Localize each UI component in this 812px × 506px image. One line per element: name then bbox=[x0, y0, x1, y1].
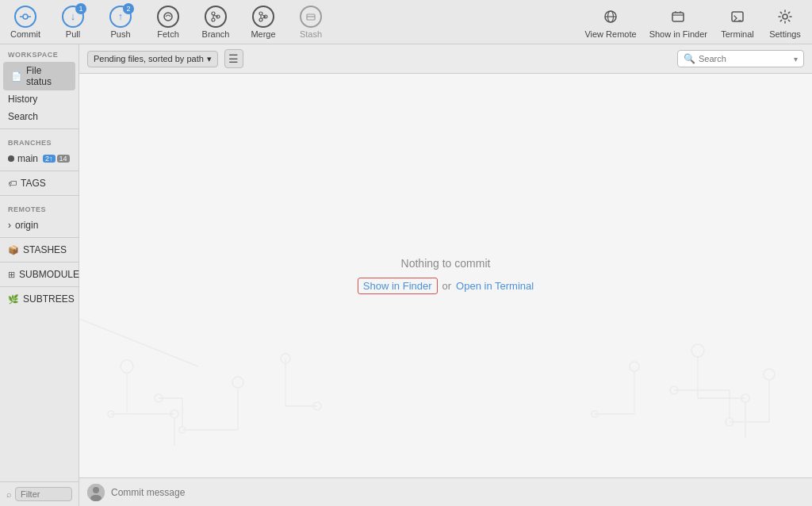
tags-icon: 🏷 bbox=[8, 178, 17, 188]
history-label: History bbox=[8, 94, 37, 105]
push-icon: ↑ 2 bbox=[109, 6, 132, 28]
branch-dot bbox=[8, 155, 14, 162]
chevron-down-icon: ▾ bbox=[207, 54, 212, 64]
commit-label: Commit bbox=[10, 29, 40, 39]
sidebar-item-stashes[interactable]: 📦 STASHES bbox=[0, 241, 79, 259]
svg-point-3 bbox=[164, 13, 172, 21]
sidebar-item-origin[interactable]: › origin bbox=[0, 217, 79, 234]
svg-point-23 bbox=[783, 14, 787, 19]
terminal-icon bbox=[726, 6, 749, 28]
svg-point-30 bbox=[108, 411, 114, 417]
view-remote-button[interactable]: View Remote bbox=[584, 6, 636, 39]
svg-point-41 bbox=[313, 402, 321, 410]
file-status-icon: 📄 bbox=[11, 71, 22, 82]
sidebar-item-tags[interactable]: 🏷 TAGS bbox=[0, 174, 79, 192]
stash-button[interactable]: Stash bbox=[295, 6, 327, 39]
search-label: Search bbox=[8, 111, 38, 122]
submodules-label: SUBMODULES bbox=[19, 269, 86, 280]
view-remote-label: View Remote bbox=[584, 29, 636, 39]
show-in-finder-toolbar-label: Show in Finder bbox=[649, 29, 707, 39]
show-in-finder-link[interactable]: Show in Finder bbox=[358, 278, 438, 294]
divider-1 bbox=[0, 128, 79, 129]
list-view-button[interactable]: ☰ bbox=[224, 49, 243, 68]
sidebar: WORKSPACE 📄 File status History Search B… bbox=[0, 44, 79, 506]
branch-up-badge: 2↑ bbox=[43, 155, 56, 163]
push-badge: 2 bbox=[123, 3, 134, 14]
pull-button[interactable]: ↓ 1 Pull bbox=[57, 6, 89, 39]
sidebar-item-search[interactable]: Search bbox=[0, 108, 79, 125]
commit-icon bbox=[14, 6, 36, 28]
list-icon: ☰ bbox=[228, 52, 239, 65]
filter-icon: ⌕ bbox=[6, 489, 12, 499]
svg-point-32 bbox=[232, 377, 243, 388]
svg-point-43 bbox=[691, 344, 704, 357]
fetch-button[interactable]: Fetch bbox=[152, 6, 184, 39]
svg-point-9 bbox=[259, 12, 262, 15]
filter-dropdown-icon[interactable]: ▾ bbox=[794, 55, 798, 63]
show-in-finder-toolbar-button[interactable]: Show in Finder bbox=[649, 6, 707, 39]
svg-point-0 bbox=[23, 14, 28, 19]
toolbar-right: View Remote Show in Finder bbox=[584, 6, 802, 39]
empty-state: Nothing to commit Show in Finder or Open… bbox=[79, 74, 812, 477]
avatar bbox=[87, 484, 105, 501]
fetch-icon bbox=[157, 6, 179, 28]
sidebar-item-main-branch[interactable]: main 2↑ 14 bbox=[0, 150, 79, 167]
terminal-button[interactable]: Terminal bbox=[720, 6, 755, 39]
divider-2 bbox=[0, 171, 79, 171]
svg-point-27 bbox=[170, 410, 178, 418]
merge-button[interactable]: Merge bbox=[247, 6, 279, 39]
stash-icon bbox=[300, 6, 322, 28]
sort-dropdown[interactable]: Pending files, sorted by path ▾ bbox=[87, 51, 218, 67]
tags-label: TAGS bbox=[21, 178, 46, 189]
search-input[interactable] bbox=[699, 54, 791, 63]
branch-badges: 2↑ 14 bbox=[43, 155, 70, 163]
svg-point-62 bbox=[90, 495, 102, 501]
merge-icon bbox=[252, 6, 274, 28]
svg-point-10 bbox=[259, 18, 262, 21]
main-toolbar: Commit ↓ 1 Pull ↑ 2 Push Fetch bbox=[0, 0, 812, 44]
push-button[interactable]: ↑ 2 Push bbox=[105, 6, 136, 39]
svg-point-5 bbox=[212, 18, 215, 21]
show-in-finder-icon bbox=[667, 6, 689, 28]
sidebar-item-submodules[interactable]: ⊞ SUBMODULES bbox=[0, 266, 79, 283]
remotes-section-label: REMOTES bbox=[0, 199, 79, 217]
svg-rect-20 bbox=[672, 13, 684, 21]
terminal-label: Terminal bbox=[721, 29, 754, 39]
pull-badge: 1 bbox=[75, 3, 86, 14]
settings-label: Settings bbox=[769, 29, 801, 39]
sidebar-item-file-status[interactable]: 📄 File status bbox=[3, 62, 75, 90]
svg-point-52 bbox=[726, 418, 733, 426]
nothing-to-commit-text: Nothing to commit bbox=[401, 257, 491, 270]
content-area: Pending files, sorted by path ▾ ☰ 🔍 ▾ bbox=[79, 44, 812, 506]
file-status-label: File status bbox=[26, 65, 67, 87]
workspace-section-label: WORKSPACE bbox=[0, 44, 79, 62]
settings-button[interactable]: Settings bbox=[768, 6, 802, 39]
search-box: 🔍 ▾ bbox=[677, 50, 804, 67]
sidebar-item-subtrees[interactable]: 🌿 SUBTREES bbox=[0, 290, 79, 308]
submodules-icon: ⊞ bbox=[8, 270, 15, 280]
branch-label: Branch bbox=[202, 29, 230, 39]
commit-button[interactable]: Commit bbox=[10, 6, 41, 39]
chevron-right-icon: › bbox=[8, 220, 11, 231]
svg-point-61 bbox=[93, 487, 99, 493]
merge-label: Merge bbox=[251, 29, 275, 39]
svg-point-55 bbox=[670, 386, 678, 394]
svg-point-42 bbox=[281, 354, 290, 363]
branch-down-badge: 14 bbox=[57, 155, 70, 163]
stashes-label: STASHES bbox=[23, 244, 67, 255]
branch-button[interactable]: Branch bbox=[200, 6, 232, 39]
subtrees-icon: 🌿 bbox=[8, 294, 19, 305]
branch-name: main bbox=[17, 153, 38, 164]
origin-label: origin bbox=[15, 220, 38, 231]
filter-input[interactable] bbox=[15, 487, 72, 501]
sidebar-item-history[interactable]: History bbox=[0, 90, 79, 108]
svg-point-49 bbox=[764, 369, 775, 380]
svg-point-38 bbox=[155, 394, 163, 402]
divider-3 bbox=[0, 195, 79, 196]
branch-icon bbox=[205, 6, 227, 28]
open-in-terminal-link[interactable]: Open in Terminal bbox=[456, 280, 534, 292]
commit-message-input[interactable] bbox=[111, 487, 804, 498]
view-remote-icon bbox=[599, 6, 622, 28]
svg-point-46 bbox=[741, 394, 749, 402]
svg-line-31 bbox=[79, 319, 198, 366]
